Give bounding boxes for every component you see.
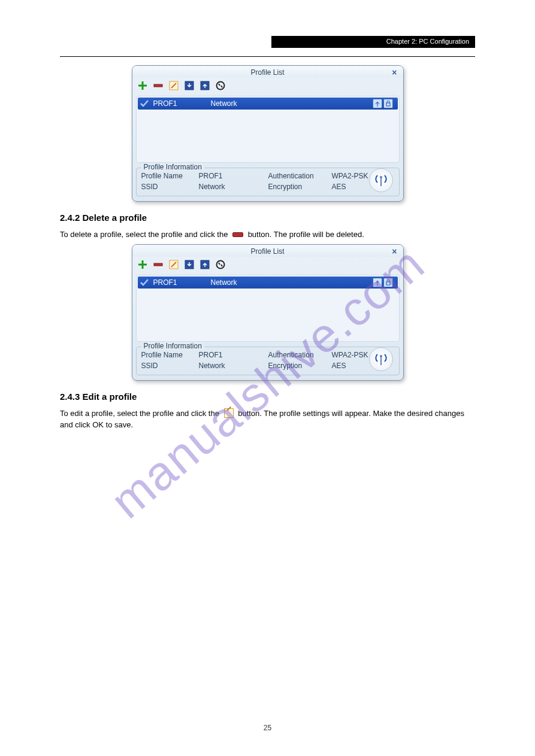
edit-paragraph: To edit a profile, select the profile an…: [60, 408, 475, 431]
value-ssid-2: Network: [199, 362, 265, 370]
profile-row-selected-2[interactable]: PROF1 Network: [138, 277, 398, 289]
delete-text-before: To delete a profile, select the profile …: [60, 230, 230, 239]
svg-point-11: [216, 260, 224, 268]
value-profile-name-2: PROF1: [199, 351, 265, 359]
row-ssid: Network: [211, 99, 373, 108]
export-icon-2[interactable]: [200, 259, 210, 270]
row-profile-name: PROF1: [151, 99, 211, 108]
signal-badge-icon: [373, 99, 382, 108]
toolbar-2: [132, 257, 403, 275]
svg-point-13: [380, 355, 382, 357]
profile-info-legend: Profile Information: [141, 163, 204, 171]
section-edit-title: 2.4.3 Edit a profile: [60, 391, 475, 402]
import-icon-2[interactable]: [184, 259, 195, 270]
profile-information-box-2: Profile Information Profile Name PROF1 A…: [136, 347, 400, 375]
chapter-header: Chapter 2: PC Configuration: [271, 36, 475, 48]
page-number: 25: [0, 724, 535, 732]
profile-information-box: Profile Information Profile Name PROF1 A…: [136, 168, 400, 196]
close-icon[interactable]: ×: [392, 68, 397, 77]
row-ssid-2: Network: [211, 278, 373, 287]
antenna-icon-2: [369, 347, 393, 371]
profile-row-selected[interactable]: PROF1 Network: [138, 98, 398, 110]
export-icon[interactable]: [200, 80, 210, 91]
add-icon-2[interactable]: [137, 259, 148, 270]
profile-list-2[interactable]: PROF1 Network: [136, 275, 400, 342]
delete-inline-icon: [232, 232, 243, 237]
label-authentication: Authentication: [268, 172, 328, 180]
profile-list-panel: Profile List ×: [132, 65, 404, 202]
edit-icon-2[interactable]: [168, 259, 179, 270]
toolbar: [132, 78, 403, 96]
label-encryption: Encryption: [268, 183, 328, 191]
row-profile-name-2: PROF1: [151, 278, 211, 287]
delete-paragraph: To delete a profile, select the profile …: [60, 229, 475, 241]
section-delete-title: 2.4.2 Delete a profile: [60, 212, 475, 223]
delete-icon[interactable]: [153, 80, 164, 91]
label-authentication-2: Authentication: [268, 351, 328, 359]
label-profile-name: Profile Name: [141, 172, 195, 180]
profile-list-panel-2: Profile List ×: [132, 244, 404, 381]
add-icon[interactable]: [137, 80, 148, 91]
svg-rect-12: [386, 282, 390, 285]
delete-text-after: button. The profile will be deleted.: [248, 230, 364, 239]
active-check-icon: [138, 99, 151, 108]
value-ssid: Network: [199, 183, 265, 191]
signal-badge-icon-2: [373, 278, 382, 287]
label-ssid-2: SSID: [141, 362, 195, 370]
label-encryption-2: Encryption: [268, 362, 328, 370]
close-icon-2[interactable]: ×: [392, 247, 397, 256]
security-badge-icon: [383, 99, 393, 108]
active-check-icon-2: [138, 278, 151, 287]
header-divider: [60, 56, 475, 57]
svg-point-6: [380, 176, 382, 178]
delete-icon-2[interactable]: [153, 259, 164, 270]
panel-title-bar: Profile List ×: [132, 66, 403, 78]
panel-title-bar-2: Profile List ×: [132, 245, 403, 257]
security-badge-icon-2: [383, 278, 393, 287]
edit-inline-icon: [224, 408, 234, 418]
label-ssid: SSID: [141, 183, 195, 191]
label-profile-name-2: Profile Name: [141, 351, 195, 359]
svg-rect-0: [154, 84, 162, 87]
import-icon[interactable]: [184, 80, 195, 91]
edit-icon[interactable]: [168, 80, 179, 91]
svg-rect-5: [386, 103, 390, 106]
value-profile-name: PROF1: [199, 172, 265, 180]
profile-info-legend-2: Profile Information: [141, 342, 204, 350]
panel-title-2: Profile List: [250, 247, 284, 256]
profile-list[interactable]: PROF1 Network: [136, 96, 400, 163]
edit-text-before: To edit a profile, select the profile an…: [60, 409, 222, 418]
activate-icon-2[interactable]: [215, 259, 226, 270]
antenna-icon: [369, 168, 393, 192]
svg-point-4: [216, 82, 224, 90]
activate-icon[interactable]: [215, 80, 226, 91]
svg-rect-7: [154, 263, 162, 266]
panel-title: Profile List: [250, 68, 284, 77]
